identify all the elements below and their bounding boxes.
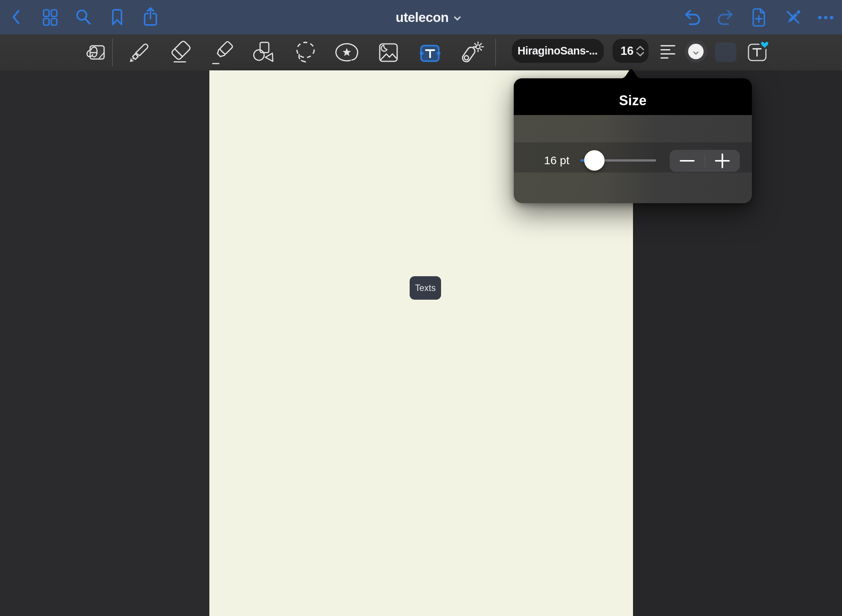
elements-icon bbox=[334, 39, 360, 62]
text-style-icon bbox=[747, 39, 772, 62]
share-button[interactable] bbox=[143, 7, 157, 26]
pen-tool-button[interactable] bbox=[125, 43, 149, 67]
text-object-label: Texts bbox=[415, 283, 436, 293]
text-align-icon bbox=[660, 45, 675, 60]
search-button[interactable] bbox=[76, 9, 91, 25]
laser-pointer-icon bbox=[457, 39, 485, 67]
nav-bar: utelecon bbox=[0, 0, 842, 34]
laser-pointer-button[interactable] bbox=[457, 39, 485, 67]
add-page-button[interactable] bbox=[752, 8, 766, 27]
color-well-icon bbox=[685, 40, 707, 63]
size-slider[interactable] bbox=[581, 159, 656, 162]
text-tool-icon bbox=[418, 42, 441, 64]
pencil-cross-button[interactable] bbox=[784, 9, 801, 26]
font-size-stepper[interactable]: 16 bbox=[613, 39, 649, 63]
minus-icon bbox=[680, 153, 695, 168]
highlighter-tool-button[interactable] bbox=[210, 40, 234, 65]
bookmark-button[interactable] bbox=[111, 9, 123, 26]
pencil-cross-icon bbox=[784, 9, 801, 26]
share-icon bbox=[143, 7, 157, 26]
add-page-icon bbox=[752, 8, 766, 27]
toolbar-divider bbox=[112, 38, 113, 67]
text-style-button[interactable] bbox=[747, 39, 772, 62]
font-family-button[interactable]: HiraginoSans-... bbox=[512, 39, 604, 63]
font-family-label: HiraginoSans-... bbox=[518, 45, 597, 57]
more-button[interactable] bbox=[818, 16, 834, 20]
photo-icon bbox=[376, 40, 401, 65]
font-size-value: 16 bbox=[621, 44, 633, 58]
canvas-background-left bbox=[0, 70, 209, 616]
undo-button[interactable] bbox=[685, 10, 700, 25]
search-icon bbox=[76, 9, 91, 25]
size-increase-button[interactable] bbox=[705, 150, 740, 172]
redo-icon bbox=[717, 10, 733, 25]
bookmark-icon bbox=[111, 9, 123, 26]
eraser-icon bbox=[168, 40, 192, 65]
eraser-tool-button[interactable] bbox=[168, 40, 192, 65]
page-grid-button[interactable] bbox=[43, 9, 58, 26]
hover-highlight bbox=[715, 42, 736, 62]
color-well-button[interactable] bbox=[685, 40, 707, 63]
chevron-up-down-icon bbox=[636, 45, 645, 57]
redo-button[interactable] bbox=[717, 10, 733, 25]
text-tool-button[interactable] bbox=[418, 42, 441, 64]
popover-title: Size bbox=[619, 93, 647, 109]
popover-arrow bbox=[618, 69, 644, 79]
handwriting-convert-icon bbox=[85, 39, 110, 63]
lasso-icon bbox=[294, 39, 321, 66]
size-slider-row: 16 pt bbox=[514, 143, 752, 172]
pen-icon bbox=[125, 43, 149, 67]
size-popover: Size 16 pt bbox=[514, 78, 752, 203]
size-stepper bbox=[670, 150, 740, 172]
slider-thumb[interactable] bbox=[584, 150, 605, 171]
back-button[interactable] bbox=[11, 9, 21, 25]
handwriting-convert-button[interactable] bbox=[85, 39, 110, 63]
notebook-title-button[interactable]: utelecon bbox=[396, 0, 461, 34]
undo-icon bbox=[685, 10, 700, 25]
page-grid-icon bbox=[43, 9, 58, 26]
text-object[interactable]: Texts bbox=[410, 276, 441, 300]
back-icon bbox=[11, 9, 21, 25]
size-value-label: 16 pt bbox=[544, 146, 569, 175]
lasso-tool-button[interactable] bbox=[294, 39, 321, 66]
tool-bar: HiraginoSans-... 16 bbox=[0, 34, 842, 70]
text-align-button[interactable] bbox=[660, 45, 675, 60]
photo-tool-button[interactable] bbox=[376, 40, 401, 65]
notebook-title: utelecon bbox=[396, 10, 449, 25]
shapes-icon bbox=[250, 39, 276, 64]
toolbar-divider bbox=[495, 39, 496, 66]
elements-tool-button[interactable] bbox=[334, 39, 360, 62]
more-icon bbox=[818, 16, 834, 20]
plus-icon bbox=[715, 153, 730, 168]
highlighter-icon bbox=[210, 40, 234, 65]
goodnotes-app: utelecon bbox=[0, 0, 842, 616]
size-decrease-button[interactable] bbox=[670, 150, 705, 172]
shapes-tool-button[interactable] bbox=[250, 39, 276, 64]
chevron-down-icon bbox=[454, 16, 461, 21]
popover-header: Size bbox=[514, 78, 752, 115]
